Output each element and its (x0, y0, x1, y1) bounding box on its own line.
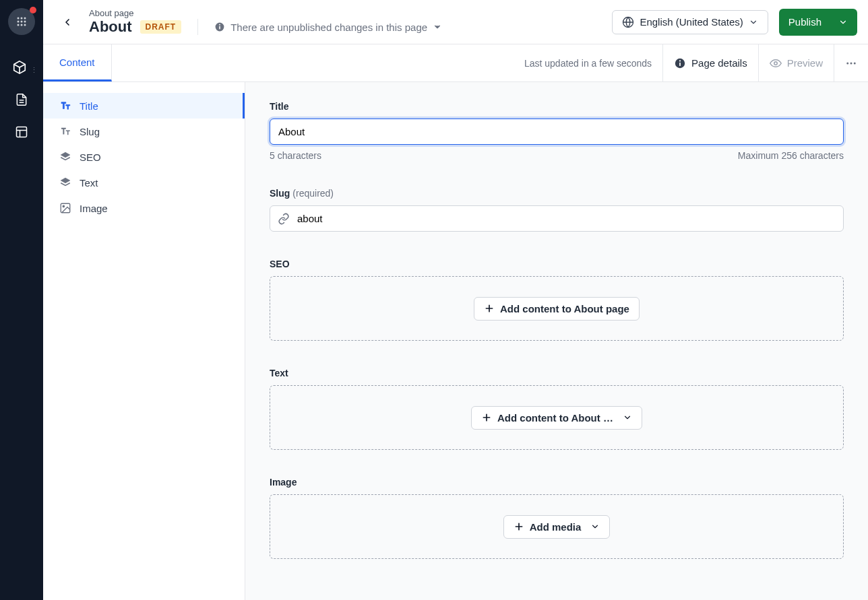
field-seo: SEO Add content to About page (270, 259, 844, 341)
page-details-button[interactable]: Page details (663, 44, 759, 81)
svg-point-6 (18, 24, 20, 26)
text-type-icon (59, 125, 71, 137)
svg-point-3 (18, 21, 20, 23)
unpublished-note[interactable]: There are unpublished changes in this pa… (214, 22, 442, 33)
svg-point-1 (21, 18, 23, 20)
plus-icon (514, 521, 524, 532)
field-slug-label: Slug (270, 188, 290, 199)
unpublished-note-text: There are unpublished changes in this pa… (230, 22, 427, 33)
fieldnav-title-label: Title (80, 100, 98, 112)
title-block: About page About DRAFT There are unpubli… (89, 8, 442, 36)
svg-point-12 (219, 24, 220, 26)
main-panel: About page About DRAFT There are unpubli… (43, 0, 868, 600)
nav-content-models[interactable] (6, 54, 33, 81)
preview-button[interactable]: Preview (759, 44, 834, 81)
svg-point-19 (850, 62, 852, 64)
text-dropzone: Add content to About … (270, 385, 844, 450)
divider (197, 19, 198, 35)
add-media-button[interactable]: Add media (503, 515, 611, 539)
image-icon (59, 202, 71, 214)
nav-documents[interactable] (8, 86, 35, 113)
breadcrumb: About page (89, 8, 442, 18)
fieldnav-title[interactable]: Title (43, 93, 245, 119)
chevron-down-icon (749, 18, 758, 27)
link-icon (278, 213, 290, 225)
svg-point-18 (846, 62, 848, 64)
svg-point-4 (21, 21, 23, 23)
field-image: Image Add media (270, 477, 844, 559)
field-text: Text Add content to About … (270, 368, 844, 450)
page-title: About (89, 18, 132, 36)
field-text-label: Text (270, 368, 844, 378)
language-label: English (United States) (640, 16, 743, 28)
field-slug: Slug (required) (270, 188, 844, 232)
add-text-content-label: Add content to About … (497, 412, 613, 424)
content-area: Title 5 characters Maximum 256 character… (245, 82, 868, 600)
layers-icon (59, 176, 71, 189)
svg-point-17 (774, 61, 777, 65)
add-seo-content-button[interactable]: Add content to About page (474, 297, 640, 321)
more-horizontal-icon (845, 57, 857, 69)
image-dropzone: Add media (270, 494, 844, 559)
back-button[interactable] (54, 9, 81, 36)
page-header: About page About DRAFT There are unpubli… (43, 0, 868, 44)
layout-icon (15, 125, 28, 139)
seo-dropzone: Add content to About page (270, 276, 844, 341)
more-actions[interactable] (834, 44, 868, 81)
field-title: Title 5 characters Maximum 256 character… (270, 101, 844, 161)
document-icon (15, 93, 28, 106)
svg-point-16 (679, 60, 681, 61)
title-max-chars: Maximum 256 characters (738, 150, 844, 161)
svg-point-8 (24, 24, 26, 26)
add-text-content-button[interactable]: Add content to About … (471, 406, 642, 430)
info-icon (674, 57, 686, 69)
publish-label: Publish (788, 16, 822, 28)
svg-point-22 (63, 205, 64, 207)
svg-point-0 (18, 18, 20, 20)
chevron-down-icon (590, 522, 600, 531)
page-details-label: Page details (691, 57, 747, 69)
fieldnav-slug[interactable]: Slug (43, 119, 245, 144)
last-updated: Last updated in a few seconds (112, 44, 664, 81)
fieldnav-seo[interactable]: SEO (43, 144, 245, 170)
nav-content-models-menu[interactable]: ⋮ (30, 66, 37, 75)
svg-point-20 (854, 62, 856, 64)
fieldnav-text[interactable]: Text (43, 170, 245, 195)
chevron-down-icon (433, 22, 442, 32)
subheader: Content Last updated in a few seconds Pa… (43, 44, 868, 82)
fieldnav-seo-label: SEO (80, 152, 101, 163)
svg-rect-15 (679, 62, 681, 65)
chevron-down-icon (838, 18, 848, 27)
svg-point-7 (21, 24, 23, 26)
text-type-icon (59, 100, 71, 112)
cube-icon (12, 60, 27, 75)
title-input[interactable] (270, 119, 844, 145)
nav-layouts[interactable] (8, 119, 35, 145)
publish-button[interactable]: Publish (779, 9, 857, 36)
field-slug-required: (required) (292, 188, 334, 199)
eye-icon (770, 57, 782, 69)
svg-rect-11 (219, 26, 220, 30)
svg-point-2 (24, 18, 26, 20)
chevron-down-icon (623, 413, 632, 422)
svg-rect-9 (17, 127, 27, 137)
fieldnav-image-label: Image (80, 203, 108, 214)
fieldnav-slug-label: Slug (80, 126, 100, 137)
plus-icon (481, 412, 492, 423)
language-selector[interactable]: English (United States) (612, 10, 768, 34)
title-char-count: 5 characters (270, 150, 321, 161)
tab-content-label: Content (59, 57, 95, 68)
add-media-label: Add media (530, 521, 582, 533)
field-seo-label: SEO (270, 259, 844, 269)
tab-content[interactable]: Content (43, 44, 112, 81)
home-button[interactable] (8, 8, 35, 35)
slug-input[interactable] (270, 205, 844, 232)
fieldnav-image[interactable]: Image (43, 195, 245, 221)
field-nav: Title Slug SEO Text Image (43, 82, 245, 600)
vertical-nav-rail: ⋮ (0, 0, 43, 600)
globe-icon (622, 16, 634, 28)
preview-label: Preview (787, 57, 823, 69)
field-title-label: Title (270, 101, 844, 112)
status-badge: DRAFT (140, 20, 182, 34)
grid-dots-icon (16, 16, 27, 27)
